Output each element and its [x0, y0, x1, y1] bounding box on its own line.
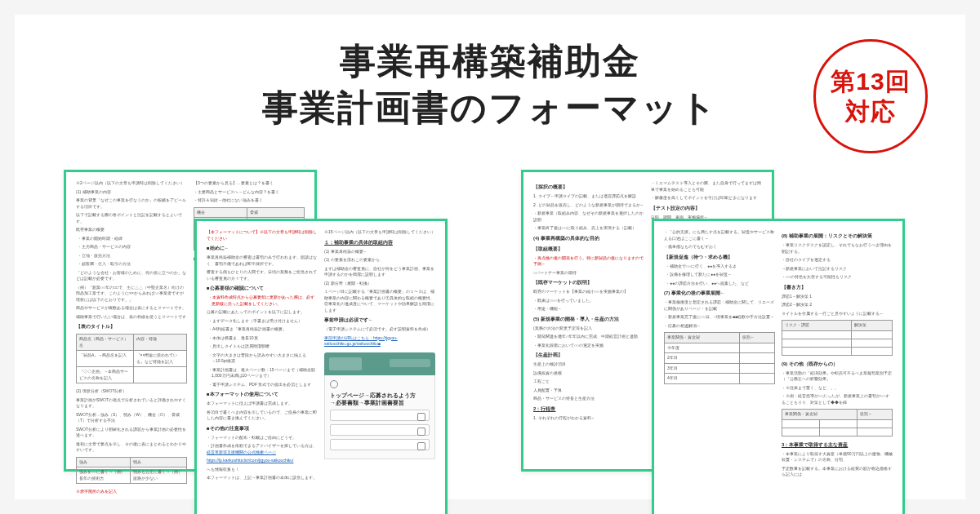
bullet: ・補助金で○○に行く、●●を導入するき: [664, 264, 775, 270]
caption-line: →必要書類→事業計画書要旨: [330, 400, 404, 405]
heading: ■始めに←: [207, 245, 318, 252]
embedded-header: [324, 352, 435, 375]
para: ・解像度を高くしてポイントを引けば印刷どきになります: [651, 195, 762, 202]
embedded-webpage: トップページ→応募されるよう方 →必要書類→事業計画書要旨: [324, 352, 435, 459]
para: →新規事業において注記するリスク: [782, 266, 893, 273]
logo-icon: [330, 380, 338, 388]
link: 経営革新等支援機関の公式検索ページ: [207, 450, 276, 454]
doc-page-4: ・「公的支援」にも満たす点を記載する。製造やサービス称える口述はここに書く← ・…: [652, 219, 905, 514]
bullet: ・設備を修理して新たに●●を製造←: [664, 272, 775, 278]
th: 事業関係・資金製: [665, 333, 740, 343]
para: ・「公的支援」にも満たす点を記載する。製造やサービス称える口述はここに書く←: [664, 229, 775, 241]
link: 事前申請のURLはこちら：https://jigyou-saikouchiku.…: [324, 335, 435, 348]
bullet: ・事業計画書は、最大ページ数：15ページまで（補助金額1,000万円未満は10ペ…: [207, 367, 318, 379]
para: ・フォーマットの配布・転載はご自由にどうぞ。: [207, 435, 318, 441]
bullet: ・電子申請システム、PDF 形式での提出を必須とします: [207, 382, 318, 388]
para: 1. それぞれの行程がわかる資料←: [533, 415, 644, 422]
td: [782, 419, 820, 428]
bullet: ・まずデータ化します（手書きは受け付けません）: [207, 318, 318, 325]
heading: 【書き方】: [782, 284, 893, 291]
para: 本フォーマットに従えば申請書は完成します。: [207, 401, 318, 407]
bullet: 2. どの製品を販売し、どのような新規事業が期待できるか←: [533, 202, 644, 209]
heading: 事前申請は必須です←: [324, 317, 435, 324]
td: [851, 339, 892, 347]
para: ・事業活動の「経済効果」や転売可不るべき業種類業別予定（「公務正への影響効果」: [782, 370, 893, 383]
heading: 2：行程表: [533, 405, 644, 413]
td: 今年度: [665, 343, 740, 353]
heading: 【新規促進（待つ・求める機】: [664, 254, 775, 261]
th: 事業関係・資金製: [782, 410, 858, 420]
heading: (1) 補助事業の内容: [76, 189, 187, 196]
para: (業務の方法の変更予定等を記入: [533, 326, 644, 332]
para: ・再点検の後の開発を行う。特に新製品の後になりますので予測←: [533, 255, 644, 268]
bullet: 商品・サービスの特長と生産方法: [533, 396, 644, 402]
bullet: ・事業の開始時期・経緯: [76, 236, 187, 242]
para: ・※例：経営指導が○○だったが、新規事業上の書類が○○することもりり、対策として…: [782, 393, 893, 405]
caption-line: トップページ→応募されるよう方: [330, 392, 416, 398]
td: [857, 428, 892, 436]
para: 既存事業の概要: [76, 227, 187, 233]
para: ・低単価なものでもむずおく: [664, 244, 775, 250]
heading: 【生産計画】: [533, 352, 644, 359]
footnote: ※赤字箇所のみを記入: [76, 489, 187, 495]
para: （例）「創業○○年の□□で、主に△△（中堅企業名）向けの部品加工業です。このよう…: [76, 285, 187, 304]
para: まずは補助金の審査員に、自社が何をどう事業計画、事業を申請するのかを簡潔に説明し…: [324, 266, 435, 278]
td: [739, 353, 774, 364]
td: [782, 428, 820, 436]
table: 事業関係・資金製役割←: [782, 409, 893, 436]
input-preview: [330, 424, 430, 436]
para: SWOT分析により明確化される課題から事業計画の必要性を述べます。: [76, 427, 187, 439]
bullet: ・立地・販売方法: [76, 253, 187, 259]
th: 強み: [77, 457, 131, 467]
heading: 【テスト設定の内容】: [651, 205, 762, 212]
heading: 【取組概要】: [533, 246, 644, 253]
red-heading: 【本フォーマットについて】※以下の文章も申請時は削除してください: [207, 229, 318, 241]
pages-area: ※2ページ以内（以下の文章も申請時は削除してください） (1) 補助事業の内容 …: [15, 162, 965, 499]
para: 各項目で書くべき内容を示しているので、ご自身の事業に即した内容に書き換えてくださ…: [207, 410, 318, 422]
para: ・事業修復度と想定される課題：補助金に関して、リニーズに関係がありページ・を記載: [664, 299, 775, 312]
table: 事業関係・資金製役割← 今年度 2年目 3年目 4年目: [664, 332, 775, 384]
heading: 【表のタイトル】: [76, 323, 187, 330]
td: 強みを○○に書く→（例）長年の技術力: [77, 467, 131, 484]
td: 弱みも公正に書く→（例）販路が少ない: [131, 467, 187, 484]
bullet: ・文字の大きさは普段から読みやすい大きさに揃える→10.5pt推奨: [207, 352, 318, 365]
td: 「◇◇企画」→本商品サービスの名称を記入: [77, 367, 134, 383]
heading: ■公募要領の確認について: [207, 285, 318, 292]
para: ・自社のタイプを選定する: [782, 257, 893, 264]
para: へも情報収集も！: [207, 467, 318, 473]
td: [739, 363, 774, 374]
heading: 【既存マーケットの説明】: [533, 279, 644, 286]
bullet: ・●●の課題方法を行い、●●へ提案した、など: [664, 281, 775, 287]
td: [739, 343, 774, 353]
para: ・事業終了後は○○に取り組み、売上を実現する（記載）: [533, 225, 644, 232]
para: ○パートナー事業の期待: [533, 270, 644, 277]
td: [739, 374, 774, 384]
heading: １：補助事業の具体的取組内容: [324, 239, 435, 246]
th: 内容・特徴: [133, 335, 186, 351]
bullet: ・本体は横書き、最長10頁: [207, 335, 318, 342]
heading: (2) 現状分析（SWOT分析）: [76, 388, 187, 395]
para: ・既来は○○○を行っていました。: [533, 298, 644, 304]
bullet: ・本資料作成時点から公募要領に更新があった際は、必ず更新版に沿った記載をしてくだ…: [207, 295, 318, 307]
link: https://lp.kankoshita.biz/com/jigyou-sai…: [207, 458, 318, 464]
embedded-body: トップページ→応募されるよう方 →必要書類→事業計画書要旨: [324, 375, 435, 459]
bullet: ・見出しタイトルは読屑簡潔明瞭: [207, 343, 318, 350]
th: 役割←: [857, 410, 892, 420]
bullet: ・主力商品・サービスの内容: [76, 244, 187, 250]
table: リスク・課題解決策: [782, 320, 893, 356]
doc-page-2: 【本フォーマットについて】※以下の文章も申請時は削除してください ■始めに← 事…: [194, 219, 448, 514]
td: 「製品A」→商品名を記入: [77, 351, 134, 367]
th: 解決策: [851, 321, 892, 331]
para: タイトルを付属する→行ごと見やすいように記載する←: [782, 311, 893, 317]
para: 最初に文章で要点を示し、その後に表にまとめるとわかりやすいです。: [76, 441, 187, 454]
heading: (1) 事業再構築の概要←: [324, 249, 435, 255]
td: [782, 339, 852, 347]
para: 事業計画がSWOTの視点で分析されていると評価されやすくなります。: [76, 397, 187, 410]
para: ・○○の特色を欠在する可能性もリスク: [782, 274, 893, 281]
td: 「××用途に使われている」など特徴を記入: [133, 351, 186, 367]
heading: ■本フォーマットの使用について: [207, 391, 318, 398]
para: 課題2→解決策 2: [782, 302, 893, 308]
para: ・新規事業完了後に○○日、○現事業を■■経数や手方法設置←: [664, 314, 775, 321]
bullet: 工程ごと: [533, 379, 644, 385]
para: ・本事業により取得す大資産（単価50万円以上の建物、機械装置・システムで）の名称…: [782, 451, 893, 463]
